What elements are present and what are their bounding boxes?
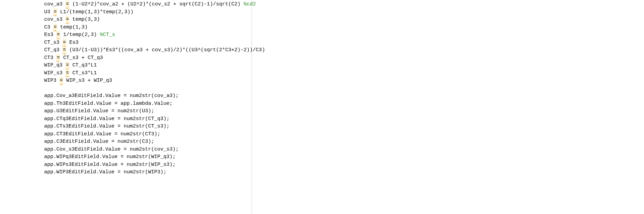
code-token: WIP_q3 [44,62,66,68]
code-warning-token: = [56,54,60,62]
code-token: CT_q3 [44,47,62,53]
code-token: WIP3 [44,78,59,83]
code-token: app.CTs3EditField.Value = num2str(CT_s3)… [44,123,169,129]
code-line[interactable]: app.WIPs3EditField.Value = num2str(WIP_s… [44,161,644,169]
code-line[interactable]: app.CTs3EditField.Value = num2str(CT_s3)… [44,123,644,131]
code-warning-token: = [53,8,57,16]
code-warning-token: = [66,16,69,24]
code-token: CT_s3 + CT_q3 [60,55,103,61]
code-token: WIP_s3 + WIP_q3 [63,78,112,83]
code-token: 1/temp(2,3) [60,32,100,38]
code-token: C3 [44,24,53,30]
code-warning-token: = [53,24,57,32]
code-token: (1-U2^2)*cov_a2 + (U2^2)*(cov_s2 + sqrt(… [69,1,244,7]
code-comment: %CT_s [100,32,115,38]
code-token: app.Cov_s3EditField.Value = num2str(cov_… [44,147,179,152]
code-token: Es3 [66,40,78,45]
code-line[interactable]: app.Cov_a3EditField.Value = num2str(cov_… [44,92,644,100]
code-token: L1/(temp(1,3)*temp(2,3)) [57,9,133,15]
code-line[interactable]: app.C3EditField.Value = num2str(C3); [44,138,644,146]
code-line[interactable]: cov_a3 = (1-U2^2)*cov_a2 + (U2^2)*(cov_s… [44,1,644,8]
code-line[interactable]: app.WIPq3EditField.Value = num2str(WIP_q… [44,153,644,161]
code-line[interactable]: U3 = L1/(temp(1,3)*temp(2,3)) [44,8,644,16]
code-line[interactable]: app.Th3EditField.Value = app.lambda.Valu… [44,100,644,108]
code-line[interactable]: CT3 = CT_s3 + CT_q3 [44,54,644,62]
code-warning-token: = [66,1,69,8]
code-token: (U3/(1-U3))*Es3*((cov_a3 + cov_s3)/2)*((… [66,47,265,53]
code-line[interactable]: CT_q3 = (U3/(1-U3))*Es3*((cov_a3 + cov_s… [44,46,644,54]
code-token: app.Th3EditField.Value = app.lambda.Valu… [44,101,173,106]
code-token: CT_q3*L1 [69,62,97,68]
code-token: CT3 [44,55,56,61]
code-line[interactable]: cov_s3 = temp(3,3) [44,16,644,24]
code-comment: %cd2 [244,1,256,7]
code-line[interactable]: app.WIP3EditField.Value = num2str(WIP3); [44,169,644,176]
code-token: app.U3EditField.Value = num2str(U3); [44,108,154,114]
code-token: CT_s3*L1 [69,70,97,76]
code-token: app.WIP3EditField.Value = num2str(WIP3); [44,169,166,175]
code-token: cov_s3 [44,17,66,22]
code-line[interactable]: app.CTq3EditField.Value = num2str(CT_q3)… [44,115,644,123]
code-token: U3 [44,9,53,15]
code-line[interactable]: app.Cov_s3EditField.Value = num2str(cov_… [44,146,644,154]
code-token: cov_a3 [44,1,66,7]
code-line[interactable]: WIP_s3 = CT_s3*L1 [44,70,644,77]
code-line[interactable]: CT_s3 = Es3 [44,39,644,47]
code-token: app.WIPq3EditField.Value = num2str(WIP_q… [44,154,176,160]
code-token: CT_s3 [44,40,62,45]
code-token: temp(3,3) [69,17,100,22]
code-token: temp(1,3) [57,24,88,30]
code-line[interactable] [44,85,644,93]
code-line[interactable]: WIP3 = WIP_s3 + WIP_q3 [44,77,644,85]
code-token: app.C3EditField.Value = num2str(C3); [44,139,154,144]
code-warning-token: = [62,46,66,54]
code-warning-token: = [56,31,60,39]
code-line[interactable]: Es3 = 1/temp(2,3) %CT_s [44,31,644,39]
code-token: WIP_s3 [44,70,66,76]
code-warning-token: = [66,70,69,77]
code-warning-token: = [62,39,66,47]
code-token: app.WIPs3EditField.Value = num2str(WIP_s… [44,162,176,168]
code-token: Es3 [44,32,56,38]
code-warning-token: = [59,77,63,85]
code-token: app.CT3EditField.Value = num2str(CT3); [44,131,160,137]
code-line[interactable]: app.U3EditField.Value = num2str(U3); [44,108,644,115]
code-token: app.Cov_a3EditField.Value = num2str(cov_… [44,93,179,99]
code-warning-token: = [66,62,69,70]
code-line[interactable]: WIP_q3 = CT_q3*L1 [44,62,644,70]
code-line[interactable]: C3 = temp(1,3) [44,24,644,32]
code-editor[interactable]: cov_a3 = (1-U2^2)*cov_a2 + (U2^2)*(cov_s… [0,0,644,176]
code-token: app.CTq3EditField.Value = num2str(CT_q3)… [44,116,169,122]
code-line[interactable]: app.CT3EditField.Value = num2str(CT3); [44,131,644,138]
